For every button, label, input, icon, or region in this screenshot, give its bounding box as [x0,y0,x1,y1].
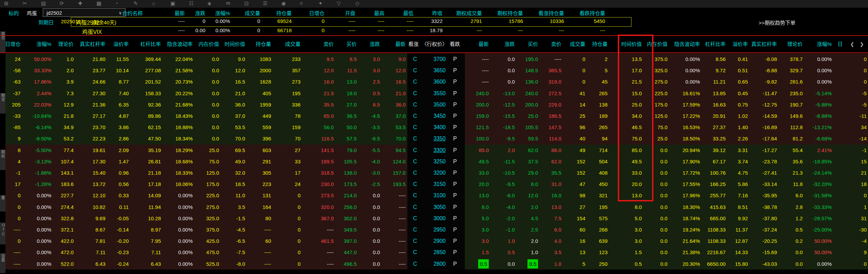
put-col-header: 涨跌 [505,36,515,52]
call-ask: 116.5 [321,133,334,144]
call-intrinsic: 0.0 [212,122,219,133]
scroll-right-icon[interactable]: ❯ [860,36,864,52]
toolbar-icon[interactable]: ◇ [355,0,359,7]
toolbar-icon[interactable]: ▣ [170,0,175,7]
table-row-strike-3300[interactable]: 8-5.50%77.419.612.0935.1918.29%25.069.56… [0,145,868,156]
contract-select[interactable]: jd2502 ∨ [43,8,126,17]
table-row-strike-3150[interactable]: 17-1.28%183.613.720.5617.1818.06%175.018… [0,178,868,190]
put-premium-rate: 12.87 [735,235,748,247]
call-intrinsic: 125.0 [206,167,219,178]
summary-cell: 0 [257,18,260,24]
table-row-strike-3550[interactable]: -372.44%7.327.307.40158.3320.22%0.021.04… [0,88,868,99]
toolbar-icon[interactable]: ✉ [226,0,230,7]
put-impl-vol: 17.22% [682,110,700,122]
put-col-header: 涨幅% [817,36,832,52]
sidebar-tab-1[interactable]: 首页 [0,32,5,53]
call-chg: 3.0 [373,53,380,65]
put-time-value: 3.0 [635,235,642,247]
call-volume: 27 [295,145,301,156]
toolbar-icon[interactable]: ✎ [133,0,138,7]
vix-row-name[interactable]: 鸡蛋VIX [82,27,102,36]
toolbar-icon[interactable]: ⌂ [152,0,155,6]
table-row-strike-2800[interactable]: ----0.00%522.06.43-0.246.430.00%525.0-8.… [0,258,868,270]
call-leverage-ratio: 369.44 [145,53,161,65]
table-row-strike-3650[interactable]: -5833.33%2.023.7710.14277.0821.58%0.012.… [0,65,868,76]
call-open-interest: 1083 [260,53,271,65]
table-row-strike-3350[interactable]: 9-8.50%53.222.232.8647.5018.34%0.070.039… [0,133,868,144]
toolbar-icon[interactable]: ☰ [263,0,267,7]
scroll-left-icon[interactable]: ❮ [850,36,854,52]
strike-label: 2850 [433,247,446,258]
call-time-value: -6.5 [236,235,245,247]
call-premium-rate: 7.40 [119,88,129,99]
put-open-interest: 575 [599,213,608,224]
call-leverage-ratio: 6.43 [151,258,161,270]
call-real-leverage: 17.30 [92,156,105,167]
contract-row-name[interactable]: 鸡蛋2502 [76,18,99,26]
table-row-strike-3700[interactable]: 2450.00%1.021.8011.55369.4422.04%0.09.01… [0,53,868,65]
call-open-interest: 396 [263,133,271,144]
toolbar-icon[interactable]: ◈ [207,0,212,7]
table-row-strike-2950[interactable]: ----0.00%372.18.67-0.148.970.00%375.0-4.… [0,224,868,235]
put-chg: -9.5 [506,133,515,144]
call-bid: 8.5 [349,53,357,65]
table-row-strike-2850[interactable]: ----0.00%472.07.11-0.237.110.00%475.0-7.… [0,247,868,258]
call-chg-pct: 2.44% [37,88,51,99]
put-col-header: 卖价 [551,36,561,52]
call-col-header: 溢价率 [113,36,129,52]
toolbar-icon[interactable]: ✦ [318,0,323,7]
table-row-strike-3400[interactable]: -85-6.14%34.923.703.8662.1518.88%0.053.5… [0,122,868,133]
put-chg: -18.5 [503,122,515,133]
call-open-interest: 60 [265,235,271,247]
table-row-strike-3450[interactable]: -33-10.84%21.827.174.8789.8618.43%0.037.… [0,110,868,122]
call-last: ---- [399,201,406,213]
call-intrinsic: 0.0 [212,76,219,87]
toolbar-icon[interactable]: ✂ [23,0,27,7]
put-intrinsic: 0.0 [660,247,667,258]
put-premium-rate: 15.80 [735,258,748,270]
toolbar-icon[interactable]: ◉ [281,0,286,7]
put-chg-pct: -5.88% [815,99,832,110]
toolbar-icon[interactable]: ⊡ [244,0,249,7]
toolbar-icon[interactable]: ⌗ [300,0,303,7]
call-flag: C [413,247,417,258]
toolbar-icon[interactable]: ⊞ [4,0,9,7]
put-col-header: 真实杠杆率 [751,36,777,52]
strike-col-header: 〈行权价〉 [422,36,447,52]
summary-col-header: 涨幅% [215,9,230,16]
table-row-strike-2900[interactable]: 00.00%422.07.81-0.207.950.00%425.0-6.560… [0,235,868,247]
call-chg-pct: 50.00% [34,53,51,65]
call-ask: ---- [327,247,334,258]
toolbar-icon[interactable]: ◔ [115,0,118,6]
put-flag: P [453,213,457,224]
put-real-leverage: -43.03 [762,258,777,270]
call-volume: 78 [295,110,301,122]
call-real-leverage: 7.81 [95,235,105,247]
toolbar-icon[interactable]: ☷ [189,0,193,7]
toolbar-icon[interactable]: ▤ [41,0,46,7]
table-row-strike-3250[interactable]: 4-3.13%107.417.301.4726.8118.68%75.049.0… [0,156,868,167]
put-day-oi: 15 [861,156,867,167]
summary-col-header: 最新 [175,9,185,16]
table-row-strike-3000[interactable]: 00.00%322.89.69-0.0510.280.00%325.0-1.58… [0,213,868,224]
call-last: 9.0 [398,53,406,65]
call-col-header: 买价 [346,36,357,52]
call-flag: C [413,167,417,178]
call-col-header: 涨幅% [37,36,51,52]
table-row-strike-3600[interactable]: -6317.86%3.924.668.77201.5220.73%0.016.5… [0,76,868,87]
put-chg-pct: 50.00% [814,247,832,258]
option-trend-order-link[interactable]: >>期权趋势下单 [758,19,795,26]
put-bid: 148.5 [525,65,538,76]
toolbar-icon[interactable]: ▦ [97,0,101,7]
table-row-strike-3200[interactable]: -1-1.88%143.115.400.9621.1818.33%125.032… [0,167,868,178]
table-row-strike-3100[interactable]: 00.00%227.712.100.3314.090.00%225.011.01… [0,190,868,201]
toolbar-icon[interactable]: ▽ [337,0,341,7]
toolbar-icon[interactable]: ✚ [78,0,82,7]
table-row-strike-3050[interactable]: 00.00%274.410.820.1111.940.00%275.03.516… [0,201,868,213]
call-impl-vol: 18.33% [175,167,193,178]
call-ask: 318.5 [321,167,334,178]
put-col-header: 成交量 [570,36,585,52]
call-last: ---- [399,190,406,201]
toolbar-icon[interactable]: ⟳ [60,0,64,7]
table-row-strike-3500[interactable]: 20522.03%12.921.366.3592.3621.68%0.036.0… [0,99,868,110]
